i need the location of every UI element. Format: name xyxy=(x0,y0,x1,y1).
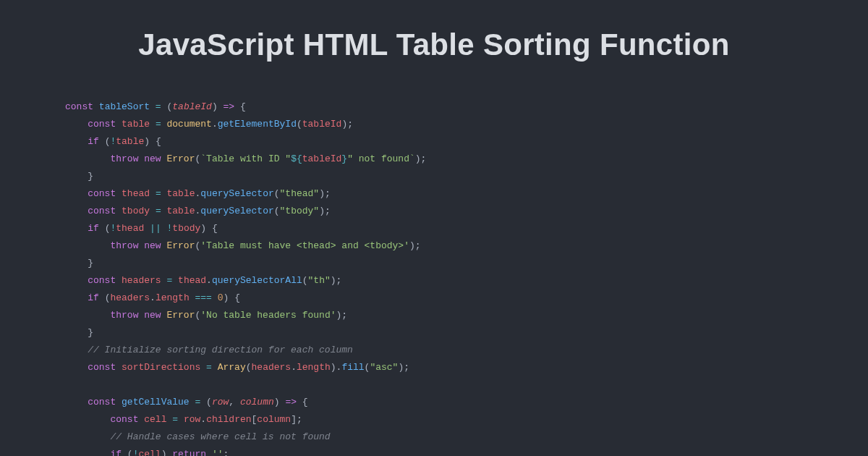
code-line: const tableSort = (tableId) => { xyxy=(65,101,246,112)
code-line: const headers = thead.querySelectorAll("… xyxy=(65,275,341,286)
page-title: JavaScript HTML Table Sorting Function xyxy=(65,28,803,62)
code-line: if (!table) { xyxy=(65,136,161,147)
code-line: } xyxy=(65,327,93,338)
code-line: const tbody = table.querySelector("tbody… xyxy=(65,206,331,216)
code-line: const getCellValue = (row, column) => { xyxy=(65,397,308,408)
code-line: throw new Error('No table headers found'… xyxy=(65,310,347,321)
code-line: const sortDirections = Array(headers.len… xyxy=(65,362,409,373)
code-line: // Handle cases where cell is not found xyxy=(65,431,331,442)
code-line: throw new Error('Table must have <thead>… xyxy=(65,240,421,251)
code-line: const thead = table.querySelector("thead… xyxy=(65,188,331,199)
code-line: if (headers.length === 0) { xyxy=(65,292,240,303)
code-line: // Initialize sorting direction for each… xyxy=(65,345,353,355)
code-line: const table = document.getElementById(ta… xyxy=(65,119,353,130)
code-line: const cell = row.children[column]; xyxy=(65,414,302,425)
code-line: throw new Error(`Table with ID "${tableI… xyxy=(65,153,426,164)
code-line: } xyxy=(65,171,93,182)
code-line: if (!thead || !tbody) { xyxy=(65,223,218,234)
code-line: if (!cell) return ''; xyxy=(65,449,229,456)
code-line: } xyxy=(65,258,93,269)
code-block: const tableSort = (tableId) => { const t… xyxy=(65,81,803,456)
